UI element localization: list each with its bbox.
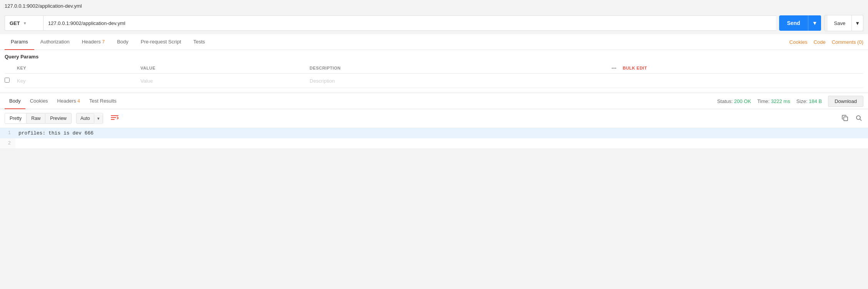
param-row: Key Value Description [5, 74, 863, 88]
line-content-1: profiles: this is dev 666 [15, 128, 868, 138]
tab-right-links: Cookies Code Comments (0) [790, 39, 863, 45]
tab-body[interactable]: Body [111, 34, 135, 50]
method-chevron-icon: ▼ [23, 21, 27, 25]
tab-authorization[interactable]: Authorization [34, 34, 76, 50]
send-dropdown-icon[interactable]: ▼ [808, 15, 821, 31]
format-btn-raw[interactable]: Raw [27, 113, 45, 123]
send-button-group: Send ▼ [779, 15, 821, 31]
code-area: 1 profiles: this is dev 666 2 [0, 128, 868, 148]
response-headers-badge: 4 [77, 98, 80, 104]
param-value-input[interactable]: Value [137, 74, 307, 88]
save-button[interactable]: Save ▼ [828, 15, 863, 31]
download-button[interactable]: Download [828, 96, 863, 107]
svg-rect-3 [844, 117, 848, 121]
param-checkbox-input[interactable] [5, 78, 10, 83]
query-params-section: Query Params KEY VALUE DESCRIPTION ••• B… [0, 50, 868, 92]
response-tab-headers[interactable]: Headers 4 [53, 93, 85, 109]
search-button[interactable] [854, 113, 863, 124]
col-checkbox [5, 63, 14, 74]
param-checkbox[interactable] [5, 74, 14, 88]
auto-select-group: Auto ▼ [76, 113, 103, 124]
tab-headers[interactable]: Headers 7 [76, 34, 111, 50]
response-tab-cookies[interactable]: Cookies [25, 93, 53, 109]
query-params-title: Query Params [5, 54, 863, 60]
response-tabs-row: Body Cookies Headers 4 Test Results Stat… [0, 93, 868, 109]
headers-badge: 7 [102, 39, 105, 45]
param-key-input[interactable]: Key [14, 74, 137, 88]
svg-rect-0 [111, 115, 119, 116]
time-label: Time: 3222 ms [757, 98, 790, 104]
format-btn-pretty[interactable]: Pretty [5, 113, 27, 123]
response-section: Body Cookies Headers 4 Test Results Stat… [0, 93, 868, 148]
method-select[interactable]: GET ▼ [5, 15, 43, 31]
send-button[interactable]: Send ▼ [779, 15, 821, 31]
window-title: 127.0.0.1:9002/application-dev.yml [0, 0, 868, 12]
bulk-edit-link[interactable]: Bulk Edit [619, 63, 863, 74]
tab-pre-request-script[interactable]: Pre-request Script [135, 34, 187, 50]
svg-rect-2 [111, 119, 115, 120]
code-line-2: 2 [0, 138, 868, 148]
line-number-1: 1 [0, 128, 15, 138]
tab-tests[interactable]: Tests [187, 34, 211, 50]
line-number-2: 2 [0, 138, 15, 148]
line-content-2 [15, 138, 868, 143]
toolbar-right-icons [840, 113, 863, 124]
cookies-link[interactable]: Cookies [790, 39, 808, 45]
code-link[interactable]: Code [814, 39, 826, 45]
more-icon[interactable]: ••• [611, 66, 616, 70]
auto-select-main[interactable]: Auto [77, 113, 94, 123]
wrap-button[interactable] [108, 112, 122, 125]
col-value: VALUE [137, 63, 307, 74]
response-tab-body[interactable]: Body [5, 93, 25, 109]
code-line-1: 1 profiles: this is dev 666 [0, 128, 868, 138]
method-label: GET [10, 20, 20, 26]
response-status-area: Status: 200 OK Time: 3222 ms Size: 184 B… [717, 96, 863, 107]
size-label: Size: 184 B [796, 98, 822, 104]
param-description-input[interactable]: Description [307, 74, 604, 88]
url-bar-row: GET ▼ Send ▼ Save ▼ [0, 12, 868, 34]
request-tabs: Params Authorization Headers 7 Body Pre-… [0, 34, 868, 50]
save-button-group: Save ▼ [824, 15, 863, 31]
save-label[interactable]: Save [828, 15, 851, 31]
response-tab-test-results[interactable]: Test Results [85, 93, 121, 109]
status-value: 200 OK [734, 98, 751, 104]
svg-line-5 [860, 119, 861, 121]
svg-rect-1 [111, 117, 116, 118]
comments-link[interactable]: Comments (0) [832, 39, 863, 45]
col-key: KEY [14, 63, 137, 74]
svg-point-4 [856, 116, 860, 120]
send-label[interactable]: Send [779, 15, 808, 31]
url-input[interactable] [43, 15, 776, 31]
format-btn-preview[interactable]: Preview [45, 113, 71, 123]
params-table: KEY VALUE DESCRIPTION ••• Bulk Edit Key … [5, 63, 863, 88]
format-button-group: Pretty Raw Preview [5, 113, 72, 124]
save-dropdown-icon[interactable]: ▼ [851, 15, 863, 31]
size-value: 184 B [809, 98, 822, 104]
more-options[interactable]: ••• [604, 63, 619, 74]
response-toolbar: Pretty Raw Preview Auto ▼ [0, 109, 868, 128]
time-value: 3222 ms [771, 98, 790, 104]
status-label: Status: 200 OK [717, 98, 751, 104]
col-description: DESCRIPTION [307, 63, 604, 74]
auto-select-arrow-icon[interactable]: ▼ [94, 114, 103, 123]
tab-params[interactable]: Params [5, 34, 34, 50]
copy-button[interactable] [840, 113, 850, 124]
